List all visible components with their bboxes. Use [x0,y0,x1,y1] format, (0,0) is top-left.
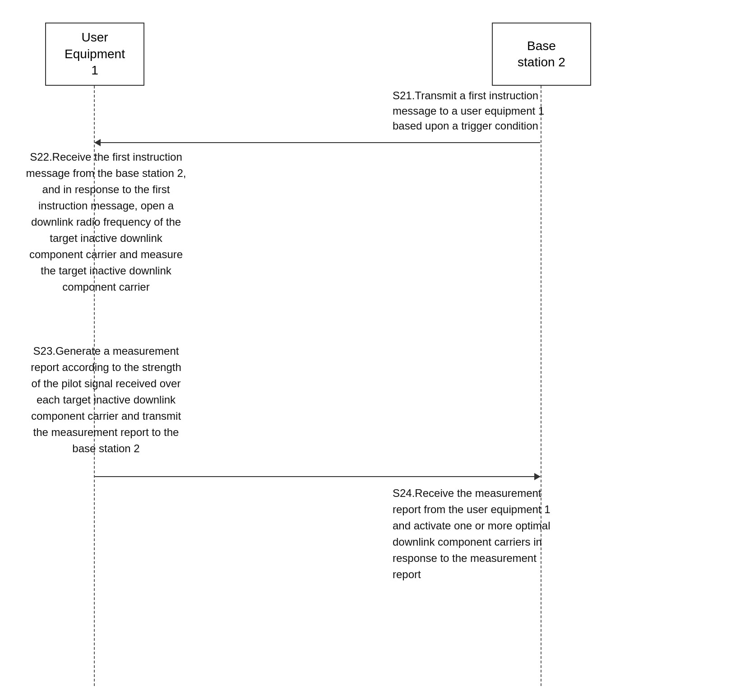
lifeline-bs [541,86,541,686]
actor-bs-label: Base station 2 [518,38,565,71]
arrow-s21 [95,142,540,143]
step-s23-label: S23.Generate a measurement report accord… [11,343,201,457]
step-s21-label: S21.Transmit a first instruction message… [393,88,591,134]
actor-bs: Base station 2 [492,23,591,86]
actor-ue: User Equipment 1 [45,23,144,86]
sequence-diagram: User Equipment 1 Base station 2 S21.Tran… [0,0,745,700]
step-s22-label: S22.Receive the first instruction messag… [11,149,201,295]
actor-ue-label: User Equipment 1 [65,29,125,79]
step-s24-label: S24.Receive the measurement report from … [393,485,600,583]
arrow-s23 [95,476,540,477]
